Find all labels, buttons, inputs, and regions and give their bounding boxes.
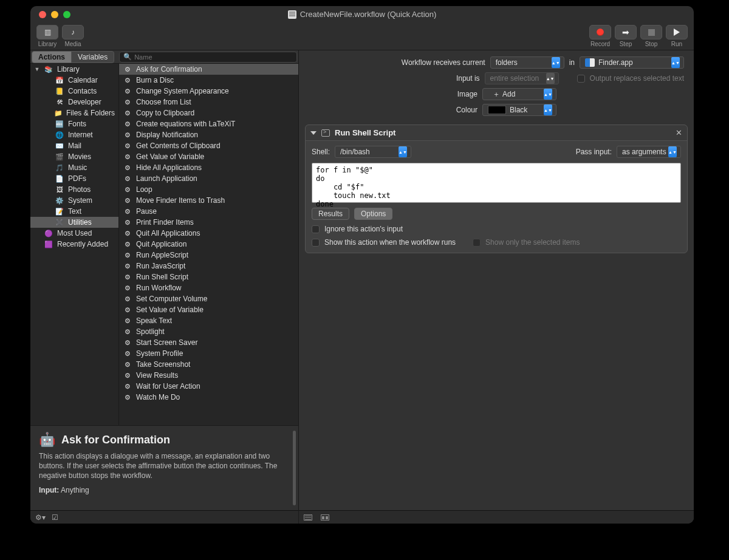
scrollbar[interactable]	[293, 431, 296, 505]
action-item[interactable]: ⚙︎Pause	[119, 206, 298, 217]
step-button[interactable]: ➡	[615, 25, 637, 39]
action-item[interactable]: ⚙︎Run JavaScript	[119, 261, 298, 271]
action-item[interactable]: ⚙︎Take Screenshot	[119, 359, 298, 370]
show-when-runs-checkbox[interactable]	[312, 239, 320, 247]
category-item[interactable]: 🟣Most Used	[30, 228, 118, 239]
close-window-button[interactable]	[39, 11, 46, 18]
action-item[interactable]: ⚙︎Display Notification	[119, 129, 298, 140]
action-header[interactable]: Run Shell Script ✕	[306, 125, 687, 141]
category-item[interactable]: 🌐Internet	[30, 129, 118, 140]
disclosure-triangle[interactable]	[310, 131, 317, 135]
options-tab[interactable]: Options	[354, 208, 392, 220]
action-icon: ⚙︎	[123, 109, 132, 117]
category-label: Recently Added	[57, 240, 108, 248]
record-button[interactable]	[589, 25, 611, 39]
action-item[interactable]: ⚙︎Wait for User Action	[119, 381, 298, 392]
in-app-select[interactable]: Finder.app ▲▼	[580, 56, 684, 69]
action-item[interactable]: ⚙︎Hide All Applications	[119, 162, 298, 173]
category-item[interactable]: 📁Files & Folders	[30, 108, 118, 118]
description-input-row: Input: Anything	[39, 486, 290, 494]
zoom-window-button[interactable]	[63, 11, 70, 18]
record-icon	[597, 29, 604, 36]
action-icon: ⚙︎	[123, 371, 132, 380]
category-icon: 🟪	[44, 240, 53, 248]
category-item[interactable]: 📅Calendar	[30, 75, 118, 86]
action-item[interactable]: ⚙︎Run AppleScript	[119, 250, 298, 261]
tab-actions[interactable]: Actions	[32, 51, 72, 63]
input-is-select: entire selection▲▼	[485, 72, 559, 84]
results-tab[interactable]: Results	[312, 208, 349, 220]
search-field[interactable]: 🔍	[119, 52, 297, 63]
view-list-button[interactable]	[304, 514, 312, 521]
stop-button[interactable]	[640, 25, 662, 39]
category-list[interactable]: ▼📚Library📅Calendar📒Contacts🛠Developer📁Fi…	[30, 64, 119, 425]
category-item[interactable]: ▼📚Library	[30, 64, 118, 75]
tab-variables[interactable]: Variables	[72, 51, 114, 63]
action-item[interactable]: ⚙︎Burn a Disc	[119, 75, 298, 86]
action-label: Launch Application	[136, 174, 197, 183]
category-item[interactable]: ✉️Mail	[30, 140, 118, 151]
category-item[interactable]: 🎵Music	[30, 162, 118, 173]
action-label: Display Notification	[136, 131, 198, 139]
gear-menu-button[interactable]: ⚙︎▾	[35, 513, 46, 522]
action-item[interactable]: ⚙︎Set Computer Volume	[119, 293, 298, 304]
minimize-window-button[interactable]	[51, 11, 58, 18]
input-is-label: Input is	[456, 74, 480, 83]
run-label: Run	[671, 41, 682, 47]
ignore-input-checkbox[interactable]	[312, 225, 320, 233]
category-item[interactable]: 🛠Developer	[30, 97, 118, 108]
action-item[interactable]: ⚙︎Get Contents of Clipboard	[119, 140, 298, 151]
media-toggle-button[interactable]: ♪	[62, 25, 84, 39]
workflow-canvas[interactable]: Run Shell Script ✕ Shell: /bin/bash▲▼	[299, 125, 694, 510]
pass-input-select[interactable]: as arguments▲▼	[617, 146, 681, 158]
workflow-log-button[interactable]: ☑	[52, 513, 58, 522]
category-item[interactable]: 🟪Recently Added	[30, 239, 118, 250]
category-item[interactable]: ⚙️System	[30, 195, 118, 206]
library-toggle-button[interactable]: ▥	[36, 25, 58, 39]
disclosure-icon: ▼	[34, 66, 40, 72]
search-input[interactable]	[134, 53, 293, 61]
action-item[interactable]: ⚙︎Spotlight	[119, 326, 298, 337]
action-item[interactable]: ⚙︎Start Screen Saver	[119, 337, 298, 348]
colour-select[interactable]: Black ▲▼	[482, 104, 556, 116]
action-item[interactable]: ⚙︎Run Shell Script	[119, 271, 298, 282]
category-item[interactable]: 🎬Movies	[30, 151, 118, 162]
action-item[interactable]: ⚙︎Print Finder Items	[119, 217, 298, 228]
shell-select[interactable]: /bin/bash▲▼	[335, 146, 411, 158]
receives-select[interactable]: folders▲▼	[490, 56, 564, 69]
action-item[interactable]: ⚙︎System Profile	[119, 348, 298, 359]
action-item[interactable]: ⚙︎Loop	[119, 184, 298, 195]
action-item[interactable]: ⚙︎Ask for Confirmation	[119, 64, 298, 75]
remove-action-button[interactable]: ✕	[676, 128, 682, 137]
image-select[interactable]: ＋Add ▲▼	[482, 88, 556, 100]
sidebar-icon: ▥	[44, 28, 51, 36]
action-item[interactable]: ⚙︎Set Value of Variable	[119, 304, 298, 315]
action-item[interactable]: ⚙︎Choose from List	[119, 97, 298, 108]
action-item[interactable]: ⚙︎Change System Appearance	[119, 86, 298, 97]
action-item[interactable]: ⚙︎Copy to Clipboard	[119, 108, 298, 118]
action-icon: ⚙︎	[123, 360, 132, 369]
run-button[interactable]	[666, 25, 688, 39]
category-item[interactable]: 📄PDFs	[30, 173, 118, 184]
pass-input-value: as arguments	[622, 148, 666, 156]
action-item[interactable]: ⚙︎Speak Text	[119, 315, 298, 326]
category-item[interactable]: 📝Text	[30, 206, 118, 217]
category-item[interactable]: 📒Contacts	[30, 86, 118, 97]
category-item[interactable]: ✖️Utilities	[30, 217, 118, 228]
category-icon: ⚙️	[55, 196, 64, 205]
action-item[interactable]: ⚙︎Create equations with LaTeXiT	[119, 118, 298, 129]
action-item[interactable]: ⚙︎Quit Application	[119, 239, 298, 250]
action-label: Hide All Applications	[136, 163, 202, 172]
category-item[interactable]: 🔤Fonts	[30, 118, 118, 129]
action-item[interactable]: ⚙︎Run Workflow	[119, 282, 298, 293]
action-item[interactable]: ⚙︎Launch Application	[119, 173, 298, 184]
category-item[interactable]: 🖼Photos	[30, 184, 118, 195]
action-item[interactable]: ⚙︎View Results	[119, 370, 298, 381]
action-list[interactable]: ⚙︎Ask for Confirmation⚙︎Burn a Disc⚙︎Cha…	[119, 64, 298, 425]
action-item[interactable]: ⚙︎Move Finder Items to Trash	[119, 195, 298, 206]
view-flow-button[interactable]	[321, 514, 329, 521]
script-textarea[interactable]: for f in "$@" do cd "$f" touch new.txt d…	[312, 163, 681, 203]
action-item[interactable]: ⚙︎Watch Me Do	[119, 392, 298, 403]
action-item[interactable]: ⚙︎Get Value of Variable	[119, 151, 298, 162]
action-item[interactable]: ⚙︎Quit All Applications	[119, 228, 298, 239]
